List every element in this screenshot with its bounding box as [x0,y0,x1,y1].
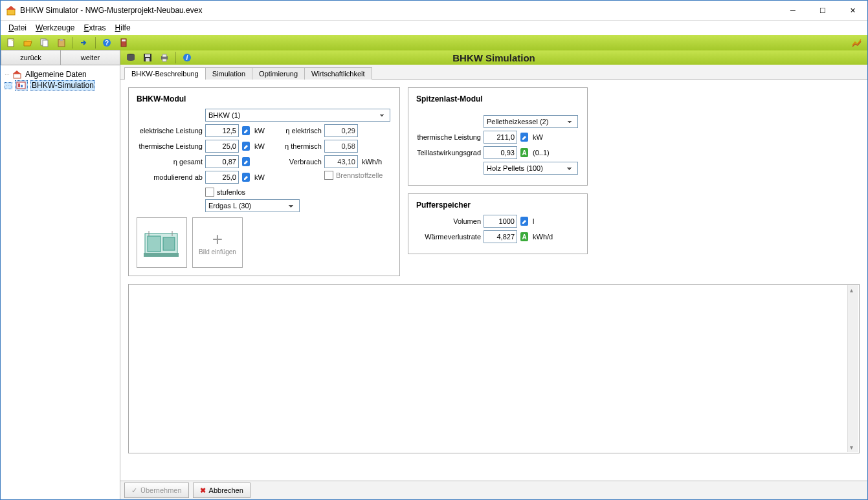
apply-button[interactable]: ✓ Übernehmen [124,483,189,498]
field-label: Verbrauch [276,158,322,166]
window-buttons: ─ ☐ ✕ [778,1,867,20]
stufenlos-checkbox[interactable] [205,188,214,197]
field-label: modulierend ab [137,173,203,181]
tab[interactable]: BHKW-Beschreibung [124,67,206,80]
field-input[interactable] [484,131,517,144]
close-button[interactable]: ✕ [838,1,867,20]
tree-icon [15,80,28,91]
left-column: zurück weiter ⋯Allgemeine Daten⋯BHKW-Sim… [1,50,120,499]
forward-button[interactable]: weiter [60,50,120,65]
field-label: η gesamt [137,158,203,166]
field-input[interactable] [205,124,239,137]
bhkw-field: η gesamt [137,155,265,168]
field-input [324,155,358,168]
svg-rect-16 [21,85,23,87]
notes-area[interactable] [128,284,860,453]
unit-label: kWh/d [533,233,553,241]
tree-node[interactable]: ⋯Allgemeine Daten [3,69,117,80]
maximize-button[interactable]: ☐ [808,1,838,20]
brennstoffzelle-checkbox[interactable] [324,171,333,180]
minimize-button[interactable]: ─ [778,1,808,20]
nav-tree: ⋯Allgemeine Daten⋯BHKW-Simulation [1,65,120,499]
bhkw-image-thumb[interactable] [137,217,187,268]
edit-icon[interactable] [241,171,250,183]
toolbar-separator [72,37,73,49]
content-area: BHKW-Modul BHKW (1) elektrische Leistung… [120,80,867,481]
bhkw-field: thermische LeistungkW [137,140,265,153]
tree-label: Allgemeine Daten [25,70,87,79]
edit-icon[interactable] [241,140,250,152]
db-icon[interactable] [123,50,139,65]
export-icon[interactable] [76,36,92,50]
field-label: elektrische Leistung [137,127,203,135]
auto-icon[interactable]: A [520,231,529,243]
right-panels-col: Spitzenlast-Modul Pelletheizkessel (2) t… [408,87,588,254]
tab[interactable]: Optimierung [252,67,305,80]
titlebar: BHKW Simulator - NWG-Musterprojekt-Neuba… [1,1,867,21]
field-input [324,124,358,137]
field-input[interactable] [205,155,239,168]
tree-label: BHKW-Simulation [30,80,95,91]
field-input[interactable] [205,171,239,184]
bhkw-select[interactable]: BHKW (1) [205,109,390,122]
field-input[interactable] [205,140,239,153]
edit-icon[interactable] [520,131,529,143]
field-label: η elektrisch [276,127,322,135]
auto-icon[interactable]: A [520,147,529,158]
field-input[interactable] [484,215,517,228]
bhkw-field: η thermisch [276,140,383,153]
scrollbar[interactable] [847,285,858,452]
help-icon[interactable]: ? [99,36,115,50]
spitze-select[interactable]: Pelletheizkessel (2) [484,115,578,128]
bhkw-field: η elektrisch [276,124,383,137]
unit-label: l [533,217,534,225]
right-column: i BHKW Simulation BHKW-BeschreibungSimul… [120,50,867,499]
svg-rect-23 [162,59,166,61]
body: zurück weiter ⋯Allgemeine Daten⋯BHKW-Sim… [1,50,867,499]
tab[interactable]: Simulation [205,67,252,80]
field-input [484,146,517,159]
paste-icon[interactable] [54,36,69,50]
tab[interactable]: Wirtschaftlichkeit [304,67,372,80]
tree-node[interactable]: ⋯BHKW-Simulation [3,80,117,91]
unit-label: kW [254,173,265,181]
menubar: DateiWerkzeugeExtrasHilfe [1,21,867,35]
spitze-field: TeillastwirkungsgradA(0..1) [416,146,579,159]
edit-icon[interactable] [520,215,529,227]
open-file-icon[interactable] [20,36,36,50]
main-toolbar: ? [1,35,867,50]
panels-row: BHKW-Modul BHKW (1) elektrische Leistung… [128,87,860,276]
calculator-icon[interactable] [116,36,131,50]
svg-marker-1 [6,6,16,10]
svg-rect-5 [43,40,48,47]
save-icon[interactable] [140,50,155,65]
bhkw-fuel-select[interactable]: Erdgas L (30) [205,199,300,212]
edit-icon[interactable] [241,156,250,168]
svg-rect-20 [146,58,150,61]
svg-rect-15 [18,83,20,87]
bhkw-field: elektrische LeistungkW [137,124,265,137]
back-button[interactable]: zurück [1,50,61,65]
chart-icon[interactable] [849,36,865,50]
svg-rect-19 [145,54,150,57]
panel-spitzenlast: Spitzenlast-Modul Pelletheizkessel (2) t… [408,87,588,186]
app-window: BHKW Simulator - NWG-Musterprojekt-Neuba… [0,0,868,500]
menu-extras[interactable]: Extras [80,22,110,34]
copy-icon[interactable] [37,36,52,50]
menu-hilfe[interactable]: Hilfe [111,22,135,34]
svg-rect-31 [148,236,161,252]
menu-werkzeuge[interactable]: Werkzeuge [32,22,78,34]
spitze-fuel-select[interactable]: Holz Pellets (100) [484,162,578,175]
menu-datei[interactable]: Datei [5,22,30,34]
unit-label: kW [254,127,265,135]
info-icon[interactable]: i [179,50,195,65]
new-file-icon[interactable] [3,36,19,50]
hint-label: (0..1) [533,149,550,157]
print-icon[interactable] [157,50,172,65]
add-image-button[interactable]: + Bild einfügen [192,217,243,268]
field-label: η thermisch [276,142,322,150]
brennstoffzelle-row: Brennstoffzelle [276,171,383,180]
cancel-button[interactable]: ✖ Abbrechen [193,483,250,498]
window-title: BHKW Simulator - NWG-Musterprojekt-Neuba… [20,6,778,15]
edit-icon[interactable] [241,125,250,136]
